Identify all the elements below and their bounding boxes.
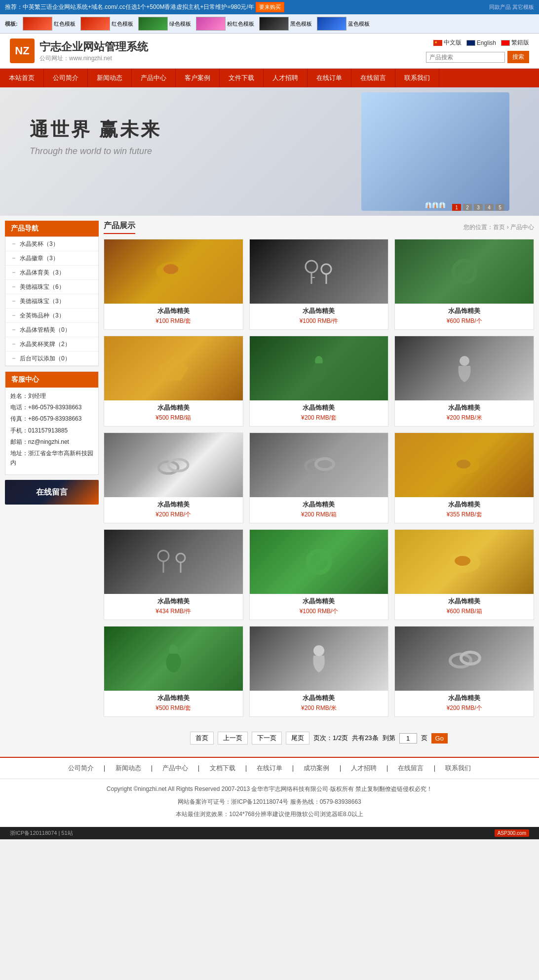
- product-price-9: ¥434 RMB/件: [104, 607, 243, 616]
- tpl-label-black: 黑色模板: [290, 20, 312, 28]
- lang-cn-button[interactable]: 中文版: [433, 39, 462, 47]
- tpl-label-red1: 红色模板: [54, 20, 76, 28]
- product-card-4[interactable]: 水晶饰精美 ¥200 RMB/套: [249, 336, 389, 427]
- footer-icp: 网站备案许可证号：浙ICP备120118074号 服务热线：0579-83938…: [10, 797, 529, 808]
- template-pink[interactable]: 粉红色模板: [196, 17, 254, 31]
- nav-downloads[interactable]: 文件下载: [220, 69, 264, 87]
- footer-bottom-bar: 浙ICP备120118074 | 51站 ASP300.com: [0, 827, 539, 839]
- product-name-4: 水晶饰精美: [252, 403, 386, 412]
- lang-tw-button[interactable]: 繁錯版: [501, 39, 529, 47]
- product-price-7: ¥200 RMB/箱: [250, 510, 388, 519]
- sidebar-item-jewelry[interactable]: － 全英饰品种（3）: [5, 309, 98, 323]
- footer-nav-order[interactable]: 在线订单: [257, 764, 282, 772]
- template-black[interactable]: 黑色模板: [259, 17, 312, 31]
- banner-dot-3[interactable]: 3: [474, 204, 483, 211]
- product-price-12: ¥500 RMB/套: [104, 704, 243, 712]
- first-page-button[interactable]: 首页: [190, 732, 214, 745]
- banner-dots: 1 2 3 4 5: [452, 204, 504, 211]
- footer-nav-contact[interactable]: 联系我们: [445, 764, 471, 772]
- footer-nav-products[interactable]: 产品中心: [162, 764, 188, 772]
- product-card-11[interactable]: 水晶饰精美 ¥600 RMB/箱: [394, 529, 534, 620]
- product-img-14: [395, 627, 534, 691]
- go-button[interactable]: Go: [431, 733, 448, 744]
- banner-dot-1[interactable]: 1: [452, 204, 461, 211]
- nav-home[interactable]: 本站首页: [0, 69, 44, 87]
- sidebar-item-backend-add[interactable]: － 后台可以添加（0）: [5, 352, 98, 366]
- product-price-2: ¥600 RMB/个: [395, 317, 534, 325]
- product-img-3: [104, 336, 243, 400]
- sidebar-item-crystal-trophy[interactable]: － 水晶奖杯（3）: [5, 237, 98, 251]
- lang-en-button[interactable]: English: [466, 39, 496, 46]
- template-green[interactable]: 绿色模板: [138, 17, 191, 31]
- product-card-6[interactable]: 水晶饰精美 ¥200 RMB/个: [104, 432, 243, 523]
- nav-order[interactable]: 在线订单: [308, 69, 351, 87]
- template-red2[interactable]: 红色模板: [80, 17, 133, 31]
- prev-page-button[interactable]: 上一页: [218, 732, 248, 745]
- product-card-14[interactable]: 水晶饰精美 ¥200 RMB/个: [394, 626, 534, 717]
- minus-icon: －: [10, 254, 17, 263]
- svg-point-2: [306, 261, 317, 273]
- footer-nav-recruitment[interactable]: 人才招聘: [351, 764, 377, 772]
- sidebar-item-crystal-badge[interactable]: － 水晶徽章（3）: [5, 251, 98, 266]
- search-input[interactable]: [426, 52, 505, 63]
- product-card-2[interactable]: 水晶饰精美 ¥600 RMB/个: [394, 239, 534, 330]
- svg-point-5: [321, 264, 331, 274]
- product-name-8: 水晶饰精美: [397, 500, 532, 509]
- lang-en-label: English: [477, 39, 496, 46]
- product-img-2: [395, 239, 534, 304]
- product-header: 产品展示 您的位置：首页 › 产品中心: [104, 221, 534, 234]
- product-card-8[interactable]: 水晶饰精美 ¥355 RMB/套: [394, 432, 534, 523]
- nav-cases[interactable]: 客户案例: [176, 69, 220, 87]
- main-nav: 本站首页 公司简介 新闻动态 产品中心 客户案例 文件下载 人才招聘 在线订单 …: [0, 69, 539, 87]
- page-number-input[interactable]: [399, 733, 417, 744]
- nav-recruitment[interactable]: 人才招聘: [264, 69, 308, 87]
- contact-name: 姓名：刘经理: [10, 392, 93, 401]
- product-card-3[interactable]: 水晶饰精美 ¥500 RMB/箱: [104, 336, 243, 427]
- product-name-7: 水晶饰精美: [252, 500, 386, 509]
- sidebar-item-meide-jewelry[interactable]: － 美德福珠宝（6）: [5, 280, 98, 294]
- product-card-5[interactable]: 水晶饰精美 ¥200 RMB/米: [394, 336, 534, 427]
- tpl-thumb-red2: [80, 17, 110, 31]
- sidebar-item-label-2: 水晶体育美（3）: [20, 269, 65, 277]
- sidebar-item-crystal-fine[interactable]: － 水晶体管精美（0）: [5, 323, 98, 337]
- tpl-thumb-green: [138, 17, 168, 31]
- banner-dot-2[interactable]: 2: [463, 204, 472, 211]
- template-blue[interactable]: 蓝色模板: [317, 17, 370, 31]
- footer-nav-news[interactable]: 新闻动态: [116, 764, 141, 772]
- product-card-13[interactable]: 水晶饰精美 ¥200 RMB/米: [249, 626, 389, 717]
- product-card-1[interactable]: 水晶饰精美 ¥1000 RMB/件: [249, 239, 389, 330]
- sidebar-item-meide-jewelry2[interactable]: － 美德福珠宝（3）: [5, 294, 98, 309]
- footer-nav-message[interactable]: 在线留言: [398, 764, 424, 772]
- template-red1[interactable]: 红色模板: [23, 17, 76, 31]
- buy-button[interactable]: 要来购买: [256, 2, 284, 12]
- nav-products[interactable]: 产品中心: [132, 69, 176, 87]
- sidebar-item-crystal-award[interactable]: － 水晶奖杯奖牌（2）: [5, 337, 98, 352]
- next-page-button[interactable]: 下一页: [252, 732, 282, 745]
- product-name-12: 水晶饰精美: [106, 694, 241, 703]
- banner-dot-4[interactable]: 4: [485, 204, 494, 211]
- product-card-9[interactable]: 水晶饰精美 ¥434 RMB/件: [104, 529, 243, 620]
- footer-nav: 公司简介 ｜ 新闻动态 ｜ 产品中心 ｜ 文档下载 ｜ 在线订单 ｜ 成功案例 …: [0, 757, 539, 779]
- search-button[interactable]: 搜索: [507, 51, 529, 63]
- online-message-banner[interactable]: 在线留言: [5, 480, 99, 505]
- nav-about[interactable]: 公司简介: [44, 69, 88, 87]
- template-label: 模板:: [5, 20, 18, 28]
- sidebar-item-label-5: 全英饰品种（3）: [20, 312, 65, 320]
- banner-dot-5[interactable]: 5: [496, 204, 504, 211]
- product-name-9: 水晶饰精美: [106, 597, 241, 606]
- template-bar: 模板: 红色模板 红色模板 绿色模板 粉红色模板 黑色模板 蓝色模板: [0, 14, 539, 34]
- nav-news[interactable]: 新闻动态: [88, 69, 132, 87]
- product-card-12[interactable]: 水晶饰精美 ¥500 RMB/套: [104, 626, 243, 717]
- sidebar-item-crystal-sports[interactable]: － 水晶体育美（3）: [5, 266, 98, 280]
- product-card-10[interactable]: 水晶饰精美 ¥1000 RMB/个: [249, 529, 389, 620]
- product-card-7[interactable]: 水晶饰精美 ¥200 RMB/箱: [249, 432, 389, 523]
- footer-nav-cases[interactable]: 成功案例: [304, 764, 329, 772]
- top-ad-text: 推荐：中英繁三语企业网站系统+域名.com/.cc任选1个+500M香港虚拟主机…: [5, 2, 284, 12]
- nav-message[interactable]: 在线留言: [351, 69, 395, 87]
- last-page-button[interactable]: 尾页: [286, 732, 309, 745]
- footer-nav-about[interactable]: 公司简介: [68, 764, 94, 772]
- flag-cn-icon: [433, 40, 442, 46]
- nav-contact[interactable]: 联系我们: [395, 69, 439, 87]
- footer-nav-downloads[interactable]: 文档下载: [210, 764, 235, 772]
- product-card-0[interactable]: 水晶饰精美 ¥100 RMB/套: [104, 239, 243, 330]
